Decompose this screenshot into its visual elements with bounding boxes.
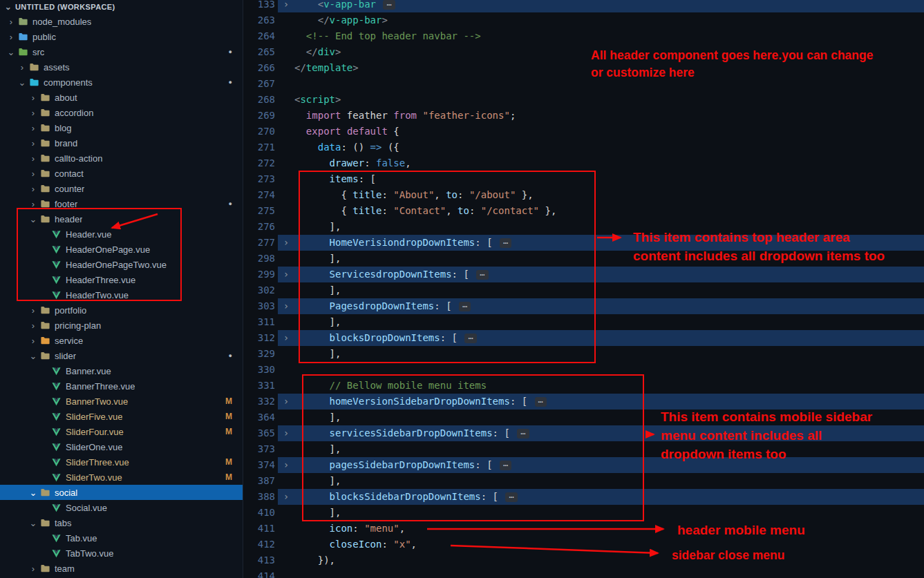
code-line-332[interactable]: 332› homeVersionSidebarDropDownItems: [ …	[243, 394, 924, 410]
tree-file-BannerThree.vue[interactable]: BannerThree.vue	[0, 378, 243, 394]
code-line-272[interactable]: 272 drawer: false,	[243, 155, 924, 171]
tree-folder-node_modules[interactable]: ›node_modules	[0, 14, 243, 29]
tree-file-SliderFive.vue[interactable]: SliderFive.vueM	[0, 409, 243, 424]
tree-folder-blog[interactable]: ›blog	[0, 120, 243, 135]
tree-folder-src[interactable]: ⌄src●	[0, 44, 243, 59]
tree-file-SliderOne.vue[interactable]: SliderOne.vue	[0, 439, 243, 454]
tree-file-HeaderThree.vue[interactable]: HeaderThree.vue	[0, 272, 243, 287]
fold-collapsed-icon[interactable]: ›	[278, 489, 294, 505]
code-line-133[interactable]: 133› <v-app-bar ⋯	[243, 0, 924, 12]
code-line-274[interactable]: 274 { title: "About", to: "/about" },	[243, 187, 924, 203]
code-line-388[interactable]: 388› blocksSidebarDropDownItems: [ ⋯	[243, 489, 924, 505]
fold-collapsed-icon[interactable]: ›	[278, 235, 294, 251]
tree-file-HeaderOnePageTwo.vue[interactable]: HeaderOnePageTwo.vue	[0, 257, 243, 272]
tree-folder-accordion[interactable]: ›accordion	[0, 105, 243, 120]
code-line-410[interactable]: 410 ],	[243, 505, 924, 521]
folded-code-ellipsis[interactable]: ⋯	[505, 492, 517, 502]
code-line-412[interactable]: 412 closeIcon: "x",	[243, 537, 924, 552]
fold-spacer	[278, 28, 294, 44]
code-line-374[interactable]: 374› pagesSidebarDropDownItems: [ ⋯	[243, 457, 924, 473]
tree-folder-header[interactable]: ⌄header	[0, 211, 243, 227]
code-line-302[interactable]: 302 ],	[243, 282, 924, 298]
code-line-299[interactable]: 299› ServicesdropDownItems: [ ⋯	[243, 267, 924, 282]
fold-collapsed-icon[interactable]: ›	[278, 0, 294, 12]
folded-code-ellipsis[interactable]: ⋯	[535, 397, 547, 407]
tree-file-Header.vue[interactable]: Header.vue	[0, 227, 243, 242]
code-line-303[interactable]: 303› PagesdropDownItems: [ ⋯	[243, 298, 924, 314]
code-line-277[interactable]: 277› HomeVerisiondropDownItems: [ ⋯	[243, 235, 924, 251]
tree-folder-public[interactable]: ›public	[0, 29, 243, 44]
tree-folder-about[interactable]: ›about	[0, 90, 243, 105]
code-line-331[interactable]: 331 // Bellow mobile menu items	[243, 378, 924, 394]
tree-folder-brand[interactable]: ›brand	[0, 135, 243, 151]
fold-collapsed-icon[interactable]: ›	[278, 298, 294, 314]
tree-folder-tabs[interactable]: ⌄tabs	[0, 515, 243, 530]
code-line-266[interactable]: 266</template>	[243, 60, 924, 76]
code-line-263[interactable]: 263 </v-app-bar>	[243, 12, 924, 28]
folded-code-ellipsis[interactable]: ⋯	[476, 270, 488, 280]
tree-file-HeaderTwo.vue[interactable]: HeaderTwo.vue	[0, 287, 243, 302]
chevron-right-icon: ›	[28, 168, 39, 179]
code-line-268[interactable]: 268<script>	[243, 92, 924, 108]
code-line-276[interactable]: 276 ],	[243, 219, 924, 235]
code-line-264[interactable]: 264 <!-- End top header navbar -->	[243, 28, 924, 44]
code-line-298[interactable]: 298 ],	[243, 251, 924, 267]
git-modified-badge: M	[225, 412, 232, 421]
fold-collapsed-icon[interactable]: ›	[278, 330, 294, 346]
tree-file-HeaderOnePage.vue[interactable]: HeaderOnePage.vue	[0, 242, 243, 257]
fold-collapsed-icon[interactable]: ›	[278, 425, 294, 441]
tree-file-Social.vue[interactable]: Social.vue	[0, 500, 243, 515]
code-line-content: ],	[278, 505, 924, 521]
tree-folder-slider[interactable]: ⌄slider●	[0, 348, 243, 363]
tree-folder-team[interactable]: ›team	[0, 561, 243, 576]
folded-code-ellipsis[interactable]: ⋯	[500, 238, 511, 248]
tree-folder-callto-action[interactable]: ›callto-action	[0, 151, 243, 166]
code-line-330[interactable]: 330	[243, 362, 924, 378]
workspace-header[interactable]: ⌄ UNTITLED (WORKSPACE)	[0, 0, 243, 14]
code-line-265[interactable]: 265 </div>	[243, 44, 924, 60]
tree-folder-components[interactable]: ⌄components●	[0, 75, 243, 90]
code-line-271[interactable]: 271 data: () => ({	[243, 139, 924, 155]
tree-folder-contact[interactable]: ›contact	[0, 166, 243, 181]
tree-file-Tab.vue[interactable]: Tab.vue	[0, 530, 243, 546]
code-line-364[interactable]: 364 ],	[243, 410, 924, 425]
code-line-267[interactable]: 267	[243, 76, 924, 92]
code-line-275[interactable]: 275 { title: "Contact", to: "/contact" }…	[243, 203, 924, 219]
folded-code-ellipsis[interactable]: ⋯	[383, 0, 395, 10]
tree-folder-service[interactable]: ›service	[0, 333, 243, 348]
code-line-269[interactable]: 269 import feather from "feather-icons";	[243, 108, 924, 124]
code-line-414[interactable]: 414	[243, 568, 924, 578]
code-line-273[interactable]: 273 items: [	[243, 171, 924, 187]
code-line-270[interactable]: 270 export default {	[243, 124, 924, 139]
tree-folder-social[interactable]: ⌄social	[0, 485, 243, 500]
tree-folder-portfolio[interactable]: ›portfolio	[0, 302, 243, 318]
tree-file-TabTwo.vue[interactable]: TabTwo.vue	[0, 546, 243, 561]
line-number: 303	[243, 298, 278, 314]
folded-code-ellipsis[interactable]: ⋯	[500, 461, 511, 470]
code-line-311[interactable]: 311 ],	[243, 314, 924, 330]
code-line-413[interactable]: 413 }),	[243, 552, 924, 568]
tree-folder-footer[interactable]: ›footer●	[0, 196, 243, 211]
tree-file-SliderThree.vue[interactable]: SliderThree.vueM	[0, 454, 243, 470]
folded-code-ellipsis[interactable]: ⋯	[459, 302, 471, 311]
fold-collapsed-icon[interactable]: ›	[278, 394, 294, 410]
tree-folder-counter[interactable]: ›counter	[0, 181, 243, 196]
tree-file-Banner.vue[interactable]: Banner.vue	[0, 363, 243, 378]
tree-file-SliderFour.vue[interactable]: SliderFour.vueM	[0, 424, 243, 439]
tree-file-BannerTwo.vue[interactable]: BannerTwo.vueM	[0, 394, 243, 409]
code-line-387[interactable]: 387 ],	[243, 473, 924, 489]
code-line-365[interactable]: 365› servicesSidebarDropDownItems: [ ⋯	[243, 425, 924, 441]
code-line-411[interactable]: 411 icon: "menu",	[243, 521, 924, 537]
tree-folder-assets[interactable]: ›assets	[0, 59, 243, 75]
code-editor[interactable]: 133› <v-app-bar ⋯263 </v-app-bar>264 <!-…	[243, 0, 924, 578]
tree-folder-pricing-plan[interactable]: ›pricing-plan	[0, 318, 243, 333]
folded-code-ellipsis[interactable]: ⋯	[517, 429, 529, 439]
code-line-329[interactable]: 329 ],	[243, 346, 924, 362]
folded-code-ellipsis[interactable]: ⋯	[464, 334, 476, 343]
tree-file-SliderTwo.vue[interactable]: SliderTwo.vueM	[0, 470, 243, 485]
fold-collapsed-icon[interactable]: ›	[278, 457, 294, 473]
code-line-312[interactable]: 312› blocksDropDownItems: [ ⋯	[243, 330, 924, 346]
fold-collapsed-icon[interactable]: ›	[278, 267, 294, 282]
code-line-373[interactable]: 373 ],	[243, 441, 924, 457]
code-text: pagesSidebarDropDownItems: [ ⋯	[294, 457, 511, 473]
